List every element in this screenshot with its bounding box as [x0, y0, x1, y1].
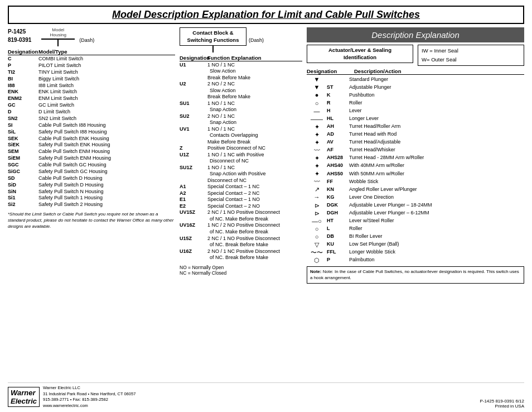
dash-label-2: (Dash)	[249, 37, 264, 43]
left-row-desig: TI2	[8, 69, 38, 76]
footer-left: WarnerElectric Warner Electric LLC31 Ind…	[8, 385, 136, 409]
left-table-row: SiEK Safety Pull Switch ENK Housing	[8, 142, 175, 148]
middle-row-desig: E2	[180, 203, 207, 210]
left-section: P-1425 819-0391 ModelHousing (Dash) Desi…	[8, 27, 175, 284]
middle-table-row: E2 Special Contact – 2 NO	[180, 203, 302, 210]
right-row-desc: With 40MM Arm w/Roller	[349, 162, 524, 169]
left-header-type: Model/Type	[38, 49, 175, 55]
middle-table-row: SU1 1 NO / 1 NCSnap Action	[180, 100, 302, 113]
left-table-row: SiN Safety Pull Switch N Housing	[8, 189, 175, 195]
right-table-row: — H Lever	[307, 107, 524, 115]
middle-row-desig	[180, 75, 207, 82]
middle-row-desig	[180, 139, 207, 146]
middle-row-func: Special Contact – 2 NC	[207, 190, 302, 197]
right-row-desc: Longer Wobble Stick	[349, 249, 524, 256]
left-row-desig: SN2	[8, 116, 38, 122]
inner-seal-label: IW = Inner Seal	[422, 47, 458, 54]
left-table-row: GC GC Limit Switch	[8, 102, 175, 109]
right-row-abbr: P	[327, 257, 349, 264]
right-row-desc: Longer Lever	[349, 116, 524, 122]
right-table-row: ▼ ST Adjustable Plunger	[307, 83, 524, 91]
middle-table: U1 1 NO / 1 NCSlow Action Break Before M…	[180, 62, 302, 261]
right-row-desc: Lever	[349, 108, 524, 114]
left-row-type: PILOT Limit Switch	[38, 63, 175, 69]
right-header-desc: Description/Action	[354, 68, 524, 74]
right-row-desc: Turret Head/Whisker	[349, 147, 524, 154]
left-table-row: SI Cable Pull Switch I88 Housing	[8, 122, 175, 129]
right-row-desc: Turret Head/Adjustable	[349, 139, 524, 146]
middle-header-desig: Designation	[180, 55, 207, 61]
left-row-type: Safety Pull Switch D Housing	[38, 182, 175, 189]
middle-row-desig: A1	[180, 184, 207, 190]
title-text: Model Description Explanation for Limit …	[112, 9, 420, 20]
middle-row-func: 1 NO / 1 NCSnap Action	[207, 100, 302, 113]
middle-row-func: Make Before Break	[207, 139, 302, 146]
middle-row-desig: E1	[180, 197, 207, 203]
middle-table-row: U1 1 NO / 1 NCSlow Action	[180, 62, 302, 75]
right-table-row: ✦ AD Turret Head with Rod	[307, 131, 524, 138]
right-row-abbr: H	[327, 108, 349, 114]
middle-row-func: Break Before Make	[207, 94, 302, 100]
right-table-row: ✦ AV Turret Head/Adjustable	[307, 138, 524, 146]
left-row-type: ENM Limit Switch	[38, 95, 175, 102]
middle-table-row: Break Before Make	[180, 94, 302, 100]
right-row-desc: Lever w/Steel Roller	[349, 218, 524, 224]
left-row-type: GC Limit Switch	[38, 102, 175, 109]
middle-row-func: 2 NC / 1 NO Positive Disconnectof NC. Ma…	[207, 209, 302, 222]
left-table-row: SiEM Safety Pull Switch ENM Housing	[8, 155, 175, 162]
right-row-abbr: DB	[327, 233, 349, 240]
right-row-icon: ●	[307, 91, 327, 99]
left-row-type: Safety Pull Switch ENM Housing	[38, 155, 175, 162]
right-row-desc: Adjustable Plunger	[349, 84, 524, 91]
footer-partnum: P-1425 819-0391 6/12	[480, 399, 524, 404]
middle-table-row: UV16Z 1 NC / 2 NO Positive Disconnectof …	[180, 222, 302, 235]
right-row-icon: ✦	[307, 131, 327, 138]
middle-row-func: Special Contact – 1 NC	[207, 184, 302, 190]
middle-row-desig: UV1	[180, 126, 207, 139]
middle-row-desig: U1Z	[180, 152, 207, 165]
part-num-1: P-1425	[8, 27, 31, 36]
left-row-desig: SiD	[8, 182, 38, 189]
right-row-abbr: AD	[327, 131, 349, 138]
left-row-type: Safety Pull Switch 1 Housing	[38, 195, 175, 202]
middle-table-row: E1 Special Contact – 1 NO	[180, 197, 302, 203]
left-row-type: D Limit Switch	[38, 109, 175, 116]
right-row-icon: ⊳	[307, 202, 327, 209]
right-row-desc: Standard Plunger	[349, 76, 524, 83]
left-table-row: SiL Safety Pull Switch I88 Housing	[8, 129, 175, 136]
left-table-row: BI Biggy Limit Switch	[8, 76, 175, 83]
left-row-type: ENK Limit Switch	[38, 89, 175, 95]
left-table-row: SEM Cable Pull Switch ENM Housing	[8, 148, 175, 155]
right-row-icon: ✦	[307, 162, 327, 170]
right-table-row: ○ DB BI Roller Lever	[307, 233, 524, 241]
right-row-desc: Turret Head with Rod	[349, 131, 524, 138]
right-row-desc: Lever One Direction	[349, 194, 524, 201]
middle-row-func: 2 NO / 1 NCSnap Action	[207, 113, 302, 126]
warner-logo-box: WarnerElectric	[8, 387, 40, 407]
right-row-icon: ✦	[307, 123, 327, 131]
middle-table-row: A2 Special Contact – 2 NC	[180, 190, 302, 197]
left-row-desig: D	[8, 109, 38, 116]
part-numbers: P-1425 819-0391	[8, 27, 31, 44]
right-row-icon: 〰	[307, 178, 327, 185]
right-row-desc: Palmbutton	[349, 257, 524, 264]
left-row-desig: GC	[8, 102, 38, 109]
page: Model Description Explanation for Limit …	[0, 0, 532, 412]
right-table-row: ▽ KU Low Set Plunger (Ball)	[307, 241, 524, 248]
middle-header-func: Function Explanation	[207, 55, 302, 61]
left-table-row: SGC Cable Pull Switch GC Housing	[8, 162, 175, 169]
middle-row-func: 2 NC / 1 NO Positive Disconnectof NC. Br…	[207, 236, 302, 248]
no-nc-legend: NO = Normally OpenNC = Normally Closed	[180, 265, 302, 276]
left-table-row: Si2 Safety Pull Switch 2 Housing	[8, 202, 175, 208]
right-table-row: ✦ AHS50 With 50MM Arm w/Roller	[307, 170, 524, 178]
footer-printed: Printed in USA	[495, 404, 524, 409]
right-row-desc: Pushbutton	[349, 92, 524, 99]
left-row-desig: I88	[8, 83, 38, 89]
right-row-desc: Adjustable Lever Plunger – 18-24MM	[349, 202, 524, 209]
right-row-abbr: FF	[327, 179, 349, 185]
right-table-row: ✦ AH Turret Head/Roller Arm	[307, 123, 524, 131]
right-table-row: ↗ KN Angled Roller Lever w/Plunger	[307, 185, 524, 193]
left-table-row: SN2 SN2 Limit Switch	[8, 116, 175, 122]
footer-right: P-1425 819-0391 6/12 Printed in USA	[480, 399, 524, 409]
right-row-abbr: K	[327, 92, 349, 99]
